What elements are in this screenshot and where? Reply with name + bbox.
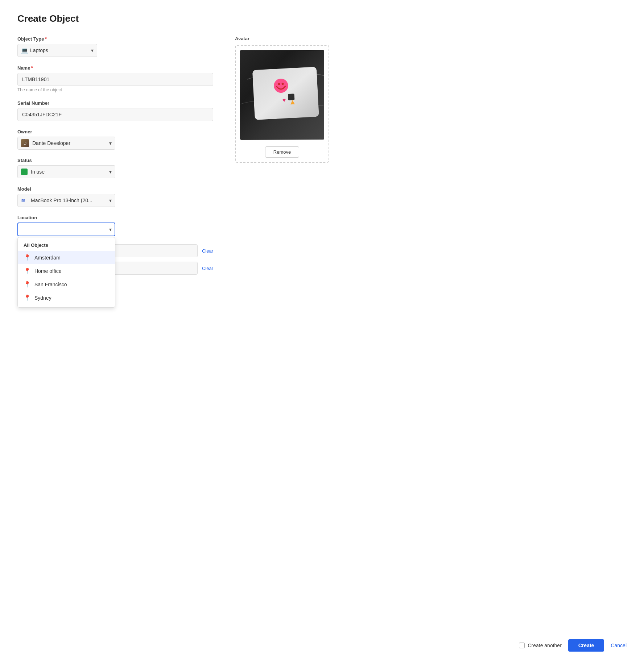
page-title: Create Object	[17, 13, 627, 24]
location-option-sydney[interactable]: 📍 Sydney	[18, 291, 115, 304]
owner-field-group: Owner D Dante Developer John Smith Jane …	[17, 129, 213, 150]
svg-text:♥: ♥	[282, 97, 286, 103]
cancel-button[interactable]: Cancel	[611, 643, 627, 648]
svg-rect-2	[252, 67, 319, 120]
svg-rect-6	[288, 94, 295, 100]
owner-select-wrapper: D Dante Developer John Smith Jane Doe ▾	[17, 137, 115, 150]
location-option-home-office[interactable]: 📍 Home office	[18, 264, 115, 278]
clear-link-2[interactable]: Clear	[202, 266, 213, 271]
form-footer: Create another Create Cancel	[519, 639, 627, 652]
object-type-label: Object Type *	[17, 36, 213, 42]
serial-number-field-group: Serial Number	[17, 100, 213, 121]
status-select[interactable]: In use Available Retired In repair	[17, 165, 115, 178]
model-select-wrapper: ≋ MacBook Pro 13-inch (20... MacBook Air…	[17, 194, 115, 207]
create-another-label: Create another	[528, 643, 561, 648]
status-label: Status	[17, 158, 213, 163]
serial-number-label: Serial Number	[17, 100, 213, 106]
location-option-amsterdam[interactable]: 📍 Amsterdam	[18, 251, 115, 264]
location-option-label: Home office	[34, 268, 61, 274]
avatar-section-title: Avatar	[235, 36, 627, 41]
name-input[interactable]	[17, 73, 213, 86]
required-star: *	[45, 36, 46, 42]
create-another-checkbox[interactable]	[519, 643, 525, 648]
name-hint: The name of the object	[17, 87, 213, 92]
model-label: Model	[17, 186, 213, 192]
form-layout: Object Type * 💻 Laptops Desktops Monitor…	[17, 36, 627, 279]
pin-icon-home-office: 📍	[24, 267, 31, 274]
create-button[interactable]: Create	[568, 639, 604, 652]
pin-icon-san-francisco: 📍	[24, 281, 31, 288]
object-type-select[interactable]: Laptops Desktops Monitors Phones	[17, 44, 97, 57]
location-label: Location	[17, 215, 213, 220]
status-field-group: Status In use Available Retired In repai…	[17, 158, 213, 178]
owner-label: Owner	[17, 129, 213, 134]
pin-icon-sydney: 📍	[24, 294, 31, 301]
location-option-label: San Francisco	[34, 282, 67, 287]
location-field-group: Location ▾ All Objects 📍 Amsterdam 📍 Ho	[17, 215, 213, 236]
status-select-wrapper: In use Available Retired In repair ▾	[17, 165, 115, 178]
name-field-group: Name * The name of the object	[17, 65, 213, 92]
form-left: Object Type * 💻 Laptops Desktops Monitor…	[17, 36, 213, 279]
model-select[interactable]: MacBook Pro 13-inch (20... MacBook Air M…	[17, 194, 115, 207]
required-star-name: *	[31, 65, 33, 71]
laptop-svg: ♥	[240, 50, 324, 140]
avatar-image-container: ♥	[240, 50, 324, 140]
owner-select[interactable]: Dante Developer John Smith Jane Doe	[17, 137, 115, 150]
object-type-select-wrapper: 💻 Laptops Desktops Monitors Phones ▾	[17, 44, 97, 57]
location-option-label: Sydney	[34, 295, 51, 301]
location-input[interactable]	[17, 223, 115, 236]
avatar-image-display: ♥	[240, 50, 324, 140]
create-object-page: Create Object Object Type * 💻 Laptops De…	[0, 0, 644, 669]
location-dropdown: All Objects 📍 Amsterdam 📍 Home office 📍 …	[17, 237, 115, 308]
form-right: Avatar	[235, 36, 627, 163]
location-wrapper: ▾ All Objects 📍 Amsterdam 📍 Home office	[17, 223, 115, 236]
avatar-upload-box[interactable]: ♥ Remove	[235, 45, 329, 163]
model-field-group: Model ≋ MacBook Pro 13-inch (20... MacBo…	[17, 186, 213, 207]
remove-avatar-button[interactable]: Remove	[265, 146, 299, 158]
name-label: Name *	[17, 65, 213, 71]
dropdown-section-title: All Objects	[18, 240, 115, 251]
pin-icon-amsterdam: 📍	[24, 254, 31, 261]
location-option-label: Amsterdam	[34, 255, 61, 261]
serial-number-input[interactable]	[17, 108, 213, 121]
object-type-field-group: Object Type * 💻 Laptops Desktops Monitor…	[17, 36, 213, 57]
clear-link-1[interactable]: Clear	[202, 248, 213, 254]
create-another-wrapper: Create another	[519, 643, 561, 648]
location-option-san-francisco[interactable]: 📍 San Francisco	[18, 278, 115, 291]
